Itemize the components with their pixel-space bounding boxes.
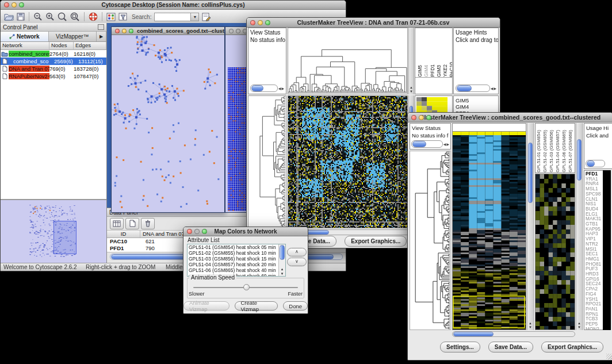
attribute-listbox[interactable]: GPL51-01 (GSM854) heat shock 05 minGPL51… [187,244,286,277]
zoom-heatmap-canvas[interactable] [536,174,575,329]
settings-button[interactable]: Settings... [440,342,480,352]
scrollbar-thumb[interactable] [457,85,472,91]
column-label[interactable]: YKE2 [442,64,448,77]
tv2-heatmap[interactable] [452,132,526,330]
minimize-button[interactable] [236,29,240,33]
tabs-overflow-arrow[interactable]: ▶ [97,32,106,41]
scrollbar-thumb[interactable] [577,139,582,181]
network-list-item[interactable]: DNA and Tran 07769(0)183728(0) [1,65,106,72]
scrollbar-thumb[interactable] [453,332,494,336]
scroll-left-icon[interactable]: ◀ [443,141,446,147]
move-down-button[interactable]: ∨ [287,258,307,266]
treeview2-titlebar[interactable]: ClusterMaker TreeView : combined_scores_… [408,113,612,122]
create-vizmap-button[interactable]: Create Vizmap [235,301,278,311]
tv1-row-dendrogram[interactable] [248,95,286,228]
column-label[interactable]: GIM5 [417,65,423,77]
scroll-right-icon[interactable]: ▶ [446,141,449,147]
scroll-arrows[interactable]: ▲▼ [576,321,582,329]
dialog-titlebar[interactable]: Map Colors to Network [183,227,308,236]
zoom-button[interactable] [426,115,431,120]
gene-label[interactable]: GIM4 [456,104,498,110]
column-label[interactable]: GPL51-01 (GSM854) [536,130,542,173]
attribute-item[interactable]: GPL51-03 (GSM856) heat shock 15 min [189,256,285,262]
network-list-item[interactable]: combined_scores2764(0)16218(0) [1,50,106,58]
heatmap-canvas[interactable] [288,96,407,228]
close-button[interactable] [411,115,416,120]
scroll-left-icon[interactable]: ◀ [278,86,281,91]
tab-vizmapper[interactable]: VizMapper™ [49,32,97,41]
annotation-icon[interactable] [202,12,211,22]
column-label[interactable]: GIM3 [436,65,442,77]
scrollbar-thumb[interactable] [251,85,263,91]
usage-scrollbar[interactable]: ◀ ▶ [456,85,496,92]
column-label[interactable]: PFD1 [430,64,435,77]
minimize-button[interactable] [122,29,127,33]
export-graphics-button[interactable]: Export Graphics... [541,342,603,352]
search-input[interactable]: ▼ [154,13,199,21]
column-label[interactable]: GPL51-04 (GSM857) [555,130,561,173]
tv2-vertical-scrollbar[interactable]: ▲▼ [527,123,534,330]
col-edges[interactable]: Edges [74,42,106,49]
attribute-item[interactable]: GPL51-02 (GSM855) heat shock 10 min [189,250,285,256]
minimize-button[interactable] [194,229,200,234]
float-panel-icon[interactable] [98,24,104,30]
slider-thumb[interactable] [243,284,250,290]
zoom-selected-icon[interactable] [58,12,67,22]
attribute-item[interactable]: GPL51-01 (GSM854) heat shock 05 min [189,244,285,250]
scroll-right-icon[interactable]: ▶ [494,86,496,91]
tv1-heatmap[interactable] [288,95,408,228]
zoom-button[interactable] [265,20,270,25]
usage-scrollbar[interactable] [586,160,605,167]
help-lifering-icon[interactable] [89,12,98,22]
zoom-in-icon[interactable] [45,12,55,22]
column-label[interactable]: GPL51-03 (GSM856) [549,130,554,173]
close-button[interactable] [229,29,234,33]
filter-icon[interactable] [118,12,128,22]
attribute-item[interactable]: GPL51-04 (GSM857) heat shock 20 min [189,262,285,267]
network-list-item[interactable]: combined_sco2569(6)13112(15) [1,58,106,65]
close-button[interactable] [115,29,120,33]
network-list-item[interactable]: RNAPuberNov2+!563(0)107847(0) [1,72,106,80]
network-overview-panel[interactable] [1,200,106,263]
scrollbar-thumb[interactable] [280,245,285,260]
tv1-column-dendrogram[interactable] [288,28,408,94]
network-canvas[interactable] [112,35,223,212]
new-attribute-button[interactable] [125,218,139,229]
grid-network-canvas[interactable] [228,67,247,211]
column-label[interactable]: GPL51-07 (GSM868) [568,130,573,173]
scrollbar-thumb[interactable] [587,160,595,167]
scroll-left-icon[interactable]: ◀ [491,86,494,91]
scroll-arrows[interactable]: ▲▼ [279,267,285,276]
minimize-button[interactable] [258,20,263,25]
scroll-arrows[interactable]: ▲▼ [409,86,414,94]
column-label[interactable]: PAC10 [449,62,453,77]
main-titlebar[interactable]: Cytoscape Desktop (Session Name: collins… [1,1,346,10]
scrollbar-thumb[interactable] [528,143,533,203]
zoom-button[interactable] [19,2,24,7]
view-status-scrollbar[interactable]: ◀ ▶ [250,85,284,92]
tab-network[interactable]: Network [1,32,49,41]
tv2-row-dendrogram[interactable] [410,151,451,330]
column-label[interactable]: GPL51-02 (GSM855) [542,130,548,173]
row-dendrogram-canvas[interactable] [410,151,450,329]
minimize-button[interactable] [12,2,17,7]
row-dendrogram-canvas[interactable] [248,96,286,228]
tv2-horizontal-scrollbar[interactable] [452,331,575,337]
open-file-button[interactable] [4,12,14,22]
export-graphics-button[interactable]: Export Graphics... [345,236,407,247]
zoom-fit-icon[interactable] [70,12,80,22]
column-label[interactable]: GPL51-06 (GSM865) [561,130,567,173]
gene-label[interactable]: GIM5 [456,97,498,104]
col-network[interactable]: Network [1,42,49,49]
scroll-arrows[interactable]: ▲▼ [527,321,533,329]
move-up-button[interactable]: ∧ [287,248,307,256]
done-button[interactable]: Done [283,301,308,311]
view-status-scrollbar[interactable]: ◀ ▶ [411,140,449,148]
zoom-out-icon[interactable] [33,12,43,22]
zoom-button[interactable] [202,229,207,234]
col-nodes[interactable]: Nodes [49,42,74,49]
close-button[interactable] [250,20,255,25]
animation-speed-slider[interactable] [193,284,298,290]
column-dendrogram-canvas[interactable] [288,28,407,94]
close-button[interactable] [187,229,192,234]
